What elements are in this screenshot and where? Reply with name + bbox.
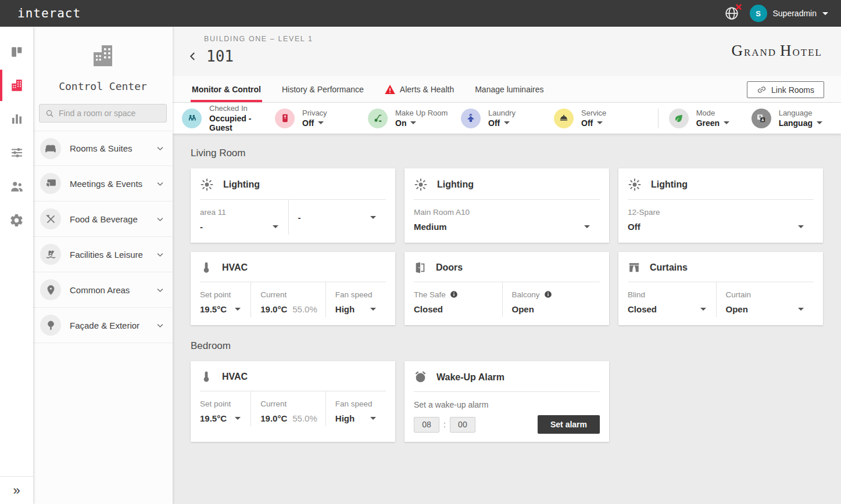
- lighting-scene-select[interactable]: -: [200, 222, 280, 232]
- thermometer-icon: [200, 370, 213, 383]
- card-title: Doors: [436, 262, 463, 273]
- rail-item-reports[interactable]: [0, 102, 33, 136]
- curtains-card: Curtains Blind Closed Curtain: [618, 252, 823, 325]
- hvac-card-living-room: HVAC Set point 19.5°C Current: [191, 252, 395, 325]
- lighting-scene-select[interactable]: Off: [628, 222, 806, 232]
- door-state: Closed: [414, 304, 494, 314]
- rail-item-admin[interactable]: [0, 203, 33, 237]
- tab-monitor-control[interactable]: Monitor & Control: [191, 76, 262, 102]
- status-language[interactable]: A Language Languag: [751, 109, 822, 128]
- room-status-bar: Checked In Occupied - Guest Privacy Off: [173, 103, 841, 134]
- interact-logo: interact: [17, 6, 81, 20]
- chevron-down-icon: [273, 225, 278, 228]
- alarm-prompt: Set a wake-up alarm: [414, 400, 600, 409]
- section-title-bedroom: Bedroom: [191, 340, 823, 352]
- chevron-down-icon: [156, 321, 164, 330]
- status-service[interactable]: Service Off: [554, 109, 647, 128]
- rail-item-users[interactable]: [0, 170, 33, 203]
- user-menu[interactable]: S Superadmin: [750, 5, 829, 22]
- sidebar: Control Center Rooms & Suites Meetings &…: [33, 27, 173, 504]
- chevron-down-icon: [370, 417, 376, 420]
- alarm-clock-icon: [414, 370, 427, 384]
- link-rooms-button[interactable]: Link Rooms: [747, 81, 824, 98]
- setpoint-select[interactable]: 19.5°C: [200, 413, 242, 423]
- curtain-select[interactable]: Open: [726, 304, 806, 314]
- tab-alerts-health[interactable]: Alerts & Health: [384, 76, 455, 102]
- tree-icon: [45, 320, 56, 331]
- pool-icon: [45, 249, 56, 260]
- info-icon[interactable]: [544, 290, 552, 298]
- wake-up-alarm-card: Wake-Up Alarm Set a wake-up alarm : Set …: [405, 361, 609, 442]
- lighting-card-area11: Lighting area 11 - -: [191, 168, 395, 243]
- rail-item-settings-tune[interactable]: [0, 136, 33, 170]
- user-name: Superadmin: [773, 9, 817, 18]
- sidebar-item-label: Facilities & Leisure: [70, 250, 156, 260]
- alarm-minute-input[interactable]: [450, 417, 475, 433]
- globe-button[interactable]: [724, 6, 739, 21]
- current-temperature: 19.0°C 55.0%: [260, 304, 317, 314]
- status-privacy[interactable]: Privacy Off: [275, 109, 368, 128]
- tab-manage-luminaires[interactable]: Manage luminaires: [474, 76, 545, 102]
- pin-icon: [45, 285, 56, 296]
- status-checked-in[interactable]: Checked In Occupied - Guest: [182, 104, 275, 132]
- info-icon[interactable]: [450, 290, 458, 298]
- time-separator: :: [443, 420, 446, 429]
- rail-item-dashboard[interactable]: [0, 35, 33, 69]
- chevron-down-icon: [817, 121, 822, 124]
- chevron-down-icon: [156, 250, 164, 259]
- chevron-down-icon: [370, 308, 376, 311]
- brightness-icon: [414, 178, 428, 192]
- curtains-icon: [628, 261, 640, 274]
- warning-icon: [385, 85, 395, 94]
- alarm-hour-input[interactable]: [414, 417, 439, 433]
- sliders-icon: [10, 146, 24, 160]
- card-title: Lighting: [651, 179, 688, 190]
- current-temperature: 19.0°C 55.0%: [260, 413, 317, 423]
- search-icon: [45, 109, 54, 118]
- doors-card: Doors The Safe Closed: [405, 252, 609, 325]
- card-title: Lighting: [437, 179, 474, 190]
- laundry-hanger-icon: [466, 113, 476, 124]
- sidebar-item-rooms-suites[interactable]: Rooms & Suites: [33, 131, 173, 166]
- status-mode[interactable]: Mode Green: [669, 109, 739, 128]
- topbar: interact S Superadmin: [0, 0, 841, 27]
- sidebar-item-facilities-leisure[interactable]: Facilities & Leisure: [33, 237, 173, 272]
- search-input[interactable]: [59, 109, 160, 118]
- back-button[interactable]: [188, 51, 198, 62]
- chevron-down-icon: [235, 417, 241, 420]
- chevron-down-icon: [156, 286, 164, 294]
- tab-history-performance[interactable]: History & Performance: [281, 76, 365, 102]
- sidebar-item-meetings-events[interactable]: Meetings & Events: [33, 166, 173, 201]
- room-search[interactable]: [39, 104, 167, 123]
- translate-icon: A: [756, 113, 767, 124]
- sidebar-item-common-areas[interactable]: Common Areas: [33, 272, 173, 308]
- lighting-scene-select[interactable]: Medium: [414, 222, 592, 232]
- chevron-down-icon: [700, 308, 706, 311]
- sidebar-item-food-beverage[interactable]: Food & Beverage: [33, 201, 173, 237]
- svg-text:A: A: [761, 118, 764, 122]
- rail-item-buildings[interactable]: [0, 69, 33, 102]
- statusbar-divider: [658, 109, 659, 128]
- sidebar-item-label: Food & Beverage: [70, 214, 156, 224]
- status-make-up-room[interactable]: Make Up Room On: [368, 109, 461, 128]
- expand-rail-button[interactable]: »: [0, 476, 33, 504]
- sidebar-item-facade-exterior[interactable]: Façade & Exterior: [33, 308, 173, 343]
- chevron-down-icon: [156, 179, 164, 188]
- leaf-icon: [674, 113, 684, 124]
- blind-select[interactable]: Closed: [628, 304, 708, 314]
- set-alarm-button[interactable]: Set alarm: [538, 415, 600, 434]
- status-laundry[interactable]: Laundry Off: [461, 109, 554, 128]
- privacy-hanger-icon: [280, 113, 290, 123]
- brightness-icon: [628, 178, 642, 192]
- control-center-buildings-icon: [89, 42, 117, 70]
- fan-speed-select[interactable]: High: [335, 304, 378, 314]
- page-header: BUILDING ONE – LEVEL 1 101 Grand Hotel: [173, 27, 841, 76]
- lighting-scene-select[interactable]: -: [298, 213, 378, 222]
- setpoint-select[interactable]: 19.5°C: [200, 304, 242, 314]
- fan-speed-select[interactable]: High: [335, 413, 378, 423]
- error-badge-icon: [735, 3, 742, 10]
- door-icon: [414, 261, 427, 274]
- meetings-icon: [45, 178, 56, 189]
- avatar: S: [750, 5, 767, 22]
- gear-icon: [9, 213, 24, 228]
